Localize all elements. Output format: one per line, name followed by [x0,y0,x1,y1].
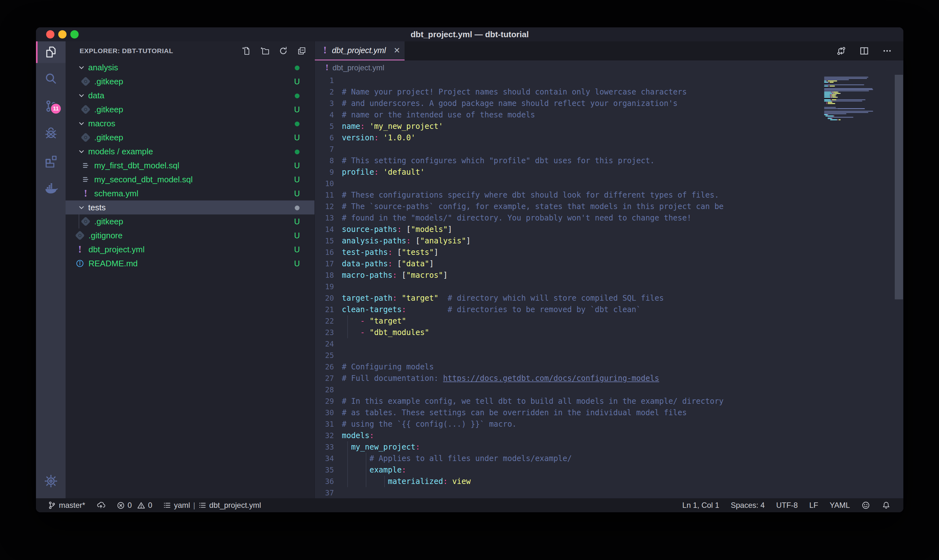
tree-item-label: schema.yml [94,189,139,198]
new-file-icon[interactable] [241,46,251,56]
open-changes-icon[interactable] [836,46,847,56]
zoom-window-button[interactable] [70,30,79,38]
tab-close-icon[interactable]: ✕ [393,46,400,55]
debug-icon[interactable] [36,124,66,143]
code-line-25: 25 [315,350,904,361]
git-folder-dot-badge [295,122,300,126]
code-line-16: 16test-paths: ["tests"] [315,246,904,258]
line-number: 6 [315,132,334,143]
git-untracked-badge: U [294,77,300,86]
line-number: 22 [315,315,334,327]
minimize-window-button[interactable] [58,30,66,38]
tree-file-my-second-dbt-model-sql[interactable]: my_second_dbt_model.sqlU [66,172,314,186]
git-untracked-badge: U [294,161,300,170]
code-line-37: 37 [315,487,904,498]
line-number: 35 [315,464,334,476]
tree-folder-tests[interactable]: tests [66,200,314,214]
minimap-line [824,93,840,94]
tree-item-label: analysis [88,63,118,72]
notifications-bell-icon[interactable] [882,501,891,510]
sql-file-icon [81,161,90,170]
tree-item-label: macros [88,119,115,129]
tree-file--gitignore[interactable]: .gitignoreU [66,228,314,243]
explorer-icon[interactable] [36,43,66,62]
more-actions-icon[interactable] [882,46,893,56]
line-number: 15 [315,235,334,246]
collapse-folders-icon[interactable] [297,46,307,56]
git-branch-status[interactable]: master* [48,501,85,510]
minimap-line [824,92,838,92]
tree-folder-data[interactable]: data [66,88,314,103]
new-folder-icon[interactable] [260,46,270,56]
extensions-icon[interactable] [36,151,66,171]
eol-status[interactable]: LF [809,501,818,510]
tree-item-label: tests [88,203,106,212]
docker-icon[interactable] [36,178,66,197]
yaml-file-icon: ! [323,46,327,55]
breadcrumb[interactable]: ! dbt_project.yml [315,60,904,75]
line-number: 12 [315,201,334,212]
settings-gear-icon[interactable] [36,472,66,491]
tree-item-label: .gitkeep [94,77,123,86]
code-line-18: 18macro-paths: ["macros"] [315,269,904,281]
tree-folder-analysis[interactable]: analysis [66,60,314,74]
line-number: 11 [315,189,334,201]
tree-folder-macros[interactable]: macros [66,117,314,131]
branch-label: master* [59,501,85,510]
split-editor-icon[interactable] [859,46,870,56]
encoding-status[interactable]: UTF-8 [776,501,798,510]
minimap-line [824,82,834,83]
minimap-line [824,99,865,100]
line-number: 9 [315,166,334,178]
indentation-status[interactable]: Spaces: 4 [731,501,765,510]
tree-indent-guide [79,214,79,228]
yaml-file-icon: ! [75,245,84,254]
code-line-23: 23 - "dbt_modules" [315,327,904,338]
language-mode-status[interactable]: YAML [830,501,850,510]
minimap-line [824,88,873,89]
line-number: 13 [315,212,334,224]
code-line-19: 19 [315,281,904,292]
problems-status[interactable]: 0 0 [117,501,152,510]
tree-file--gitkeep[interactable]: .gitkeepU [66,103,314,117]
vertical-scrollbar[interactable] [895,75,903,299]
tab-dbt-project-yml[interactable]: ! dbt_project.yml ✕ [315,42,405,60]
chevron-down-icon [78,92,85,99]
tree-file--gitkeep[interactable]: .gitkeepU [66,214,314,228]
tree-file--gitkeep[interactable]: .gitkeepU [66,74,314,88]
tree-item-label: models / example [88,147,153,157]
git-file-icon [75,231,84,240]
tree-item-label: data [88,91,105,100]
publish-changes-icon[interactable] [96,500,106,510]
breadcrumb-item-file[interactable]: dbt_project.yml [332,63,385,72]
tree-file-schema-yml[interactable]: !schema.ymlU [66,186,314,200]
indent-guide [347,441,348,453]
code-line-35: 35 example: [315,464,904,476]
tree-file--gitkeep[interactable]: .gitkeepU [66,131,314,145]
minimap[interactable] [824,75,895,498]
close-window-button[interactable] [46,30,54,38]
feedback-smiley-icon[interactable] [861,501,870,510]
yaml-file-icon: ! [81,189,90,198]
info-file-icon [75,259,84,268]
tree-file-readme-md[interactable]: README.mdU [66,257,314,271]
minimap-line [824,79,849,80]
git-untracked-badge: U [294,133,300,142]
tree-item-label: .gitkeep [94,105,123,115]
search-icon[interactable] [36,69,66,88]
line-number: 29 [315,395,334,407]
cursor-position-status[interactable]: Ln 1, Col 1 [682,501,719,510]
tree-folder-models-example[interactable]: models / example [66,145,314,158]
indent-guide [366,476,366,487]
indent-guide [347,315,348,327]
tree-file-my-first-dbt-model-sql[interactable]: my_first_dbt_model.sqlU [66,158,314,172]
error-count: 0 [128,501,132,510]
tree-file-dbt-project-yml[interactable]: !dbt_project.ymlU [66,243,314,257]
explorer-sidebar: EXPLORER: DBT-TUTORIAL [66,42,315,498]
line-number: 31 [315,418,334,430]
code-editor[interactable]: 12# Name your project! Project names sho… [315,75,904,498]
refresh-explorer-icon[interactable] [278,46,288,56]
minimap-line [824,108,865,109]
code-line-27: 27# Full documentation: https://docs.get… [315,372,904,384]
yaml-support-status[interactable]: yaml | dbt_project.yml [163,501,261,510]
